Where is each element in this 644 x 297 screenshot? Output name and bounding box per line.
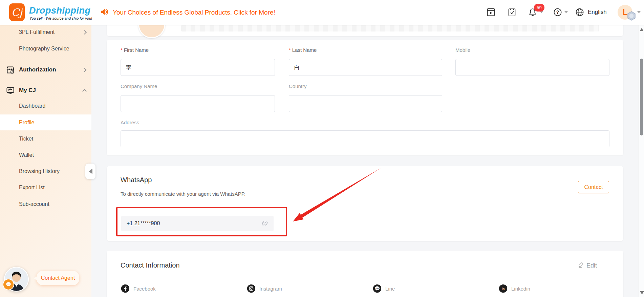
announcement-text[interactable]: Your Choices of Endless Global Products.… (113, 9, 275, 16)
sidebar-item-dashboard[interactable]: Dashboard (0, 99, 91, 113)
sidebar-item-wallet[interactable]: Wallet (0, 148, 91, 162)
sidebar-item-photography-service[interactable]: Photography Service (0, 42, 91, 56)
dashboard-monitor-icon (6, 86, 15, 95)
whatsapp-phone-value: +1 21*****900 (127, 220, 160, 227)
address-label: Address (121, 120, 139, 125)
company-name-input[interactable] (121, 95, 275, 112)
whatsapp-phone-field[interactable]: +1 21*****900 (121, 216, 274, 231)
mobile-input[interactable] (455, 59, 609, 76)
svg-text:LINE: LINE (375, 288, 379, 289)
help-icon[interactable]: ? (553, 7, 562, 17)
top-header: Cj Dropshipping You sell - We source and… (0, 0, 644, 25)
sidebar-item-ticket[interactable]: Ticket (0, 132, 91, 146)
collapse-left-icon (89, 169, 92, 174)
chevron-down-icon[interactable] (637, 11, 641, 13)
placeholder-bar (181, 25, 599, 31)
pencil-icon (578, 261, 584, 270)
notification-count-badge: 59 (534, 4, 544, 12)
sidebar-item-authorization[interactable]: Authorization (0, 63, 91, 77)
instagram-icon (247, 284, 255, 293)
chevron-right-icon (82, 30, 87, 35)
video-tutorials-icon[interactable] (486, 7, 496, 17)
contact-info-title: Contact Information (121, 261, 180, 269)
last-name-input[interactable]: 白 (289, 59, 442, 76)
scrollbar-thumb[interactable] (640, 59, 643, 135)
chevron-down-icon[interactable] (564, 11, 568, 13)
unlink-icon[interactable] (261, 220, 268, 227)
sidebar-item-my-cj[interactable]: My CJ (0, 84, 91, 97)
first-name-label: *First Name (121, 47, 149, 53)
sidebar-nav: 3PL Fulfillment Photography Service Auth… (0, 25, 91, 297)
contact-button[interactable]: Contact (578, 181, 609, 193)
facebook-icon (121, 284, 129, 293)
social-item-line[interactable]: LINE Line (373, 284, 395, 293)
social-item-instagram[interactable]: Instagram (247, 284, 282, 293)
last-name-label: *Last Name (289, 47, 317, 53)
chat-bubble-icon[interactable] (3, 279, 14, 290)
sidebar-item-3pl-fulfillment[interactable]: 3PL Fulfillment (0, 25, 91, 39)
mobile-label: Mobile (455, 47, 470, 53)
sidebar-item-export-list[interactable]: Export List (0, 181, 91, 194)
announcement-bar[interactable]: Your Choices of Endless Global Products.… (100, 0, 275, 25)
svg-text:in: in (502, 287, 505, 291)
brand-name: Dropshipping (29, 5, 90, 16)
whatsapp-description: To directly communicate with your agent … (121, 191, 245, 197)
social-item-linkedin[interactable]: in Linkedin (499, 284, 530, 293)
personal-info-card: *First Name *Last Name Mobile 李 白 Compan… (107, 40, 623, 155)
main-content: *First Name *Last Name Mobile 李 白 Compan… (91, 25, 639, 297)
chevron-right-icon (82, 68, 87, 72)
sidebar-item-profile[interactable]: Profile (0, 114, 91, 130)
scroll-down-icon[interactable] (640, 291, 644, 294)
line-icon: LINE (373, 284, 381, 293)
linkedin-icon: in (499, 284, 507, 293)
company-name-label: Company Name (121, 83, 157, 89)
brand-tagline: You sell - We source and ship for you! (29, 16, 92, 20)
profile-page: Cj Dropshipping You sell - We source and… (0, 0, 644, 297)
edit-button[interactable]: Edit (578, 261, 597, 270)
sidebar-collapse-button[interactable] (85, 164, 95, 179)
contact-agent-button[interactable]: Contact Agent (37, 271, 79, 285)
scroll-up-icon[interactable] (640, 28, 644, 31)
membership-badge-icon (627, 11, 636, 22)
globe-icon[interactable] (575, 7, 584, 17)
social-item-facebook[interactable]: Facebook (121, 284, 156, 293)
cj-logo-monogram: Cj (12, 6, 22, 18)
language-selector[interactable]: English (588, 9, 607, 16)
sidebar-item-browsing-history[interactable]: Browsing History (0, 165, 91, 178)
tasks-icon[interactable] (507, 7, 517, 17)
contact-info-card: Contact Information Edit Facebook Instag… (107, 251, 623, 297)
whatsapp-card: WhatsApp To directly communicate with yo… (107, 166, 623, 241)
whatsapp-title: WhatsApp (121, 176, 152, 184)
avatar-initial: L (623, 8, 627, 17)
cj-logo[interactable]: Cj (9, 3, 25, 21)
first-name-input[interactable]: 李 (121, 59, 275, 76)
storefront-icon (6, 65, 15, 75)
svg-text:?: ? (556, 9, 559, 15)
speaker-icon (100, 7, 109, 18)
address-input[interactable] (121, 130, 609, 147)
sidebar-item-sub-account[interactable]: Sub-account (0, 197, 91, 211)
country-input[interactable] (289, 95, 442, 112)
chevron-up-icon (82, 89, 87, 93)
country-label: Country (289, 83, 307, 89)
page-scrollbar[interactable] (639, 25, 644, 297)
